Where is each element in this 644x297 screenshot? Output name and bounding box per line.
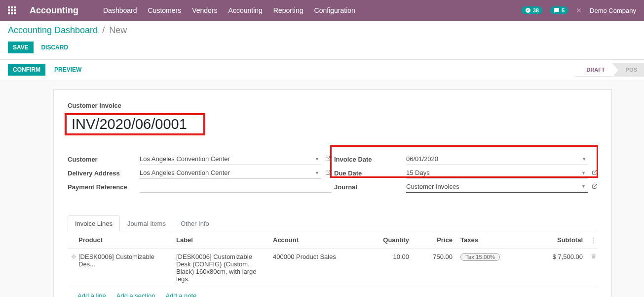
delivery-field[interactable]: Los Angeles Convention Center ▼ xyxy=(140,167,321,179)
nav-reporting[interactable]: Reporting xyxy=(273,6,303,14)
payment-ref-label: Payment Reference xyxy=(68,183,140,191)
preview-button[interactable]: PREVIEW xyxy=(54,66,81,73)
row-taxes[interactable]: Tax 15.00% xyxy=(460,253,543,283)
chat-badge[interactable]: 5 xyxy=(550,6,568,14)
chevron-down-icon: ▼ xyxy=(582,157,586,162)
th-taxes: Taxes xyxy=(460,236,543,244)
clock-badge-count: 38 xyxy=(533,7,539,13)
th-quantity: Quantity xyxy=(363,236,418,244)
th-price: Price xyxy=(418,236,460,244)
row-label[interactable]: [DESK0006] Customizable Desk (CONFIG) (C… xyxy=(176,253,273,283)
breadcrumb-root[interactable]: Accounting Dashboard xyxy=(8,25,98,35)
customer-field[interactable]: Los Angeles Convention Center ▼ xyxy=(140,153,321,165)
row-product[interactable]: [DESK0006] Customizable Des... xyxy=(78,253,176,283)
invoice-date-field[interactable]: 06/01/2020 ▼ xyxy=(406,153,588,165)
chevron-down-icon: ▼ xyxy=(315,170,319,175)
nav-customers[interactable]: Customers xyxy=(148,6,182,14)
clock-badge[interactable]: 38 xyxy=(522,6,542,14)
save-button[interactable]: SAVE xyxy=(8,42,34,53)
company-name[interactable]: Demo Company xyxy=(590,7,636,14)
breadcrumb: Accounting Dashboard / New xyxy=(8,25,636,36)
tab-other-info[interactable]: Other Info xyxy=(173,215,217,231)
gear-icon[interactable]: ✕ xyxy=(576,6,582,14)
tab-journal-items[interactable]: Journal Items xyxy=(120,215,173,231)
chevron-down-icon: ▼ xyxy=(315,157,319,162)
status-bar: DRAFT POS xyxy=(575,63,644,77)
add-note-link[interactable]: Add a note xyxy=(165,292,196,297)
row-subtotal: $ 7,500.00 xyxy=(543,253,586,283)
th-label: Label xyxy=(176,236,273,244)
th-subtotal: Subtotal xyxy=(543,236,586,244)
row-quantity[interactable]: 10.00 xyxy=(363,253,418,283)
apps-icon[interactable] xyxy=(8,6,16,14)
row-account[interactable]: 400000 Product Sales xyxy=(273,253,363,283)
add-line-link[interactable]: Add a line xyxy=(77,292,106,297)
confirm-button[interactable]: CONFIRM xyxy=(8,64,45,76)
status-draft-label: DRAFT xyxy=(586,67,605,73)
nav-vendors[interactable]: Vendors xyxy=(192,6,217,14)
th-menu[interactable]: ⋮ xyxy=(586,236,597,244)
table-row[interactable]: ✥ [DESK0006] Customizable Des... [DESK00… xyxy=(68,249,598,287)
external-link-icon[interactable] xyxy=(592,183,598,191)
delete-row-icon[interactable] xyxy=(586,253,597,283)
nav-configuration[interactable]: Configuration xyxy=(314,6,355,14)
chevron-down-icon: ▼ xyxy=(581,170,586,175)
journal-value: Customer Invoices xyxy=(406,183,459,190)
add-row: Add a line Add a section Add a note xyxy=(68,287,598,297)
payment-ref-field[interactable] xyxy=(140,181,331,193)
invoice-date-value: 06/01/2020 xyxy=(406,155,438,163)
invoice-number: INV/2020/06/0001 xyxy=(72,116,187,132)
breadcrumb-current: New xyxy=(109,25,127,35)
status-draft[interactable]: DRAFT xyxy=(575,63,611,77)
nav-accounting[interactable]: Accounting xyxy=(228,6,263,14)
delivery-value: Los Angeles Convention Center xyxy=(140,169,230,176)
tax-tag[interactable]: Tax 15.00% xyxy=(460,253,500,261)
nav-dashboard[interactable]: Dashboard xyxy=(103,6,137,14)
svg-line-3 xyxy=(594,184,597,187)
delivery-label: Delivery Address xyxy=(68,170,140,177)
chevron-down-icon: ▼ xyxy=(581,184,586,189)
th-account: Account xyxy=(273,236,363,244)
add-section-link[interactable]: Add a section xyxy=(116,292,155,297)
chat-badge-count: 5 xyxy=(562,7,565,13)
due-date-field[interactable]: 15 Days ▼ xyxy=(406,167,588,179)
due-date-value: 15 Days xyxy=(406,169,430,176)
journal-label: Journal xyxy=(334,183,406,191)
breadcrumb-sep: / xyxy=(102,25,105,35)
row-price[interactable]: 750.00 xyxy=(418,253,460,283)
app-name: Accounting xyxy=(30,5,78,16)
nav-menu: Dashboard Customers Vendors Accounting R… xyxy=(103,6,355,14)
customer-label: Customer xyxy=(68,156,140,163)
journal-field[interactable]: Customer Invoices ▼ xyxy=(406,181,588,193)
tab-invoice-lines[interactable]: Invoice Lines xyxy=(68,215,120,231)
th-product: Product xyxy=(78,236,176,244)
status-posted-label: POS xyxy=(626,67,637,73)
drag-handle-icon[interactable]: ✥ xyxy=(69,253,78,283)
invoice-number-highlight: INV/2020/06/0001 xyxy=(65,113,205,135)
tabs: Invoice Lines Journal Items Other Info xyxy=(68,215,598,231)
table-header: Product Label Account Quantity Price Tax… xyxy=(68,231,598,249)
invoice-title-label: Customer Invoice xyxy=(68,102,598,109)
discard-button[interactable]: DISCARD xyxy=(41,44,68,51)
customer-value: Los Angeles Convention Center xyxy=(140,155,230,163)
